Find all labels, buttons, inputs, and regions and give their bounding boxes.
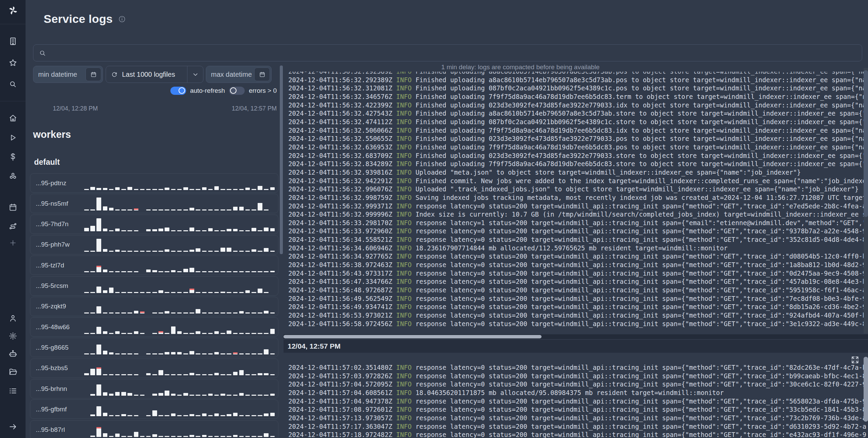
activity-bar	[109, 415, 114, 416]
activity-bar	[103, 206, 108, 210]
errors-toggle[interactable]	[229, 87, 245, 95]
activity-bar	[183, 415, 188, 416]
activity-bar	[239, 393, 244, 396]
max-datetime-calendar-button[interactable]	[254, 68, 270, 81]
activity-bar	[189, 395, 194, 396]
activity-bar	[183, 230, 188, 231]
activity-bar	[270, 353, 275, 354]
activity-bar	[252, 353, 256, 354]
activity-bar	[103, 413, 108, 416]
activity-bar	[127, 353, 132, 354]
activity-bar	[227, 395, 231, 396]
activity-bar	[189, 250, 194, 252]
activity-bar	[165, 333, 169, 334]
activity-bar	[121, 392, 126, 396]
add-plus-icon[interactable]	[0, 238, 26, 248]
activity-bar	[196, 271, 200, 272]
activity-bar	[158, 189, 163, 190]
activity-bar	[90, 209, 95, 210]
home-icon[interactable]	[0, 113, 26, 123]
worker-row[interactable]: ...95-gfbmf	[30, 399, 278, 419]
activity-bar	[270, 251, 275, 252]
variables-dollar-icon[interactable]	[0, 152, 26, 162]
settings-gear-icon[interactable]	[0, 331, 26, 341]
activity-bar	[165, 249, 169, 252]
activity-bar	[258, 353, 262, 354]
activity-bar	[146, 229, 151, 231]
activity-bar	[252, 395, 256, 396]
collapse-arrow-right-icon[interactable]	[0, 422, 26, 432]
min-datetime-calendar-button[interactable]	[86, 68, 101, 81]
worker-row[interactable]: ...95-g8665	[30, 338, 278, 357]
activity-bar	[252, 292, 256, 293]
activity-bar	[208, 374, 213, 375]
activity-bar	[233, 271, 238, 272]
activity-bar	[121, 353, 126, 354]
activity-bar	[227, 271, 231, 272]
worker-row[interactable]: ...95-zqkt9	[30, 297, 278, 316]
info-icon[interactable]	[118, 15, 126, 23]
bottom-scrollbar-thumb[interactable]	[864, 357, 868, 422]
activity-bar	[214, 312, 219, 313]
user-icon[interactable]	[0, 313, 26, 323]
activity-bar	[96, 188, 101, 190]
workspace-building-icon[interactable]	[0, 36, 26, 46]
activity-bar	[103, 392, 108, 396]
activity-bar	[183, 209, 188, 210]
activity-bar	[158, 209, 163, 210]
log-line: 2024-12-04T11:56:48.972687Z INFO respons…	[288, 286, 868, 295]
max-datetime-field[interactable]: max datetime	[206, 66, 272, 83]
activity-bar	[90, 187, 95, 190]
activity-bar	[202, 271, 207, 272]
windmill-logo-icon[interactable]	[0, 5, 26, 16]
favorites-star-icon[interactable]	[0, 58, 26, 68]
activity-bar	[146, 251, 151, 252]
worker-row[interactable]: ...95-pdtnz	[30, 173, 278, 193]
log-section-current: 2024-12-04T11:56:32.292389Z INFO Finishe…	[284, 72, 868, 334]
min-datetime-field[interactable]: min datetime	[33, 66, 103, 83]
worker-row[interactable]: ...95-48w66	[30, 317, 278, 337]
activity-bar	[189, 373, 194, 375]
page-header: Service logs	[44, 12, 126, 26]
log-line: 2024-12-04T11:57:04.947378Z INFO respons…	[288, 397, 868, 406]
worker-row[interactable]: ...95-7hd7n	[30, 215, 278, 234]
folders-icon[interactable]	[0, 367, 26, 377]
worker-row[interactable]: ...95-bzbs5	[30, 359, 278, 378]
activity-bar	[152, 353, 157, 354]
activity-bar	[245, 395, 250, 396]
worker-row[interactable]: ...95-tzl7d	[30, 256, 278, 275]
audit-list-icon[interactable]	[0, 386, 26, 396]
horizontal-scrollbar-thumb[interactable]	[284, 335, 542, 338]
activity-bar	[96, 427, 101, 437]
logfiles-dropdown-button[interactable]: Last 1000 logfiles	[106, 66, 203, 83]
worker-row[interactable]: ...95-5rcsm	[30, 276, 278, 296]
worker-row[interactable]: ...95-brhnn	[30, 379, 278, 398]
log-line: 2024-12-04T11:57:04.572095Z INFO respons…	[288, 380, 868, 389]
service-logs-page: Service logs min datetime Last 1000 logf…	[0, 0, 868, 438]
error-bar-cap	[233, 352, 238, 354]
delay-note: 1 min delay: logs are compacted before b…	[284, 63, 757, 71]
activity-bar	[245, 271, 250, 272]
schedules-calendar-icon[interactable]	[0, 202, 26, 213]
worker-row[interactable]: ...95-phh7w	[30, 235, 278, 254]
left-panel-scrollbar[interactable]	[280, 65, 283, 254]
activity-bar	[252, 374, 256, 375]
workers-robot-icon[interactable]	[0, 349, 26, 359]
activity-bar	[96, 367, 101, 375]
activity-bar	[202, 395, 207, 396]
worker-row[interactable]: ...95-b87rl	[30, 420, 278, 438]
chevron-down-icon[interactable]	[187, 71, 203, 78]
activity-bar	[165, 188, 169, 190]
activity-bar	[103, 433, 108, 437]
activity-bar	[127, 415, 132, 416]
search-input[interactable]	[50, 49, 862, 57]
log-scrollbar-thumb[interactable]	[864, 70, 868, 217]
auto-refresh-toggle[interactable]	[170, 87, 186, 95]
activity-bar	[165, 292, 169, 293]
runs-play-icon[interactable]	[0, 132, 26, 143]
resources-cubes-icon[interactable]	[0, 171, 26, 181]
error-bar-cap	[96, 427, 101, 428]
sidebar-search-icon[interactable]	[0, 79, 26, 89]
worker-row[interactable]: ...95-ns5mf	[30, 194, 278, 213]
flows-route-icon[interactable]	[0, 221, 26, 231]
